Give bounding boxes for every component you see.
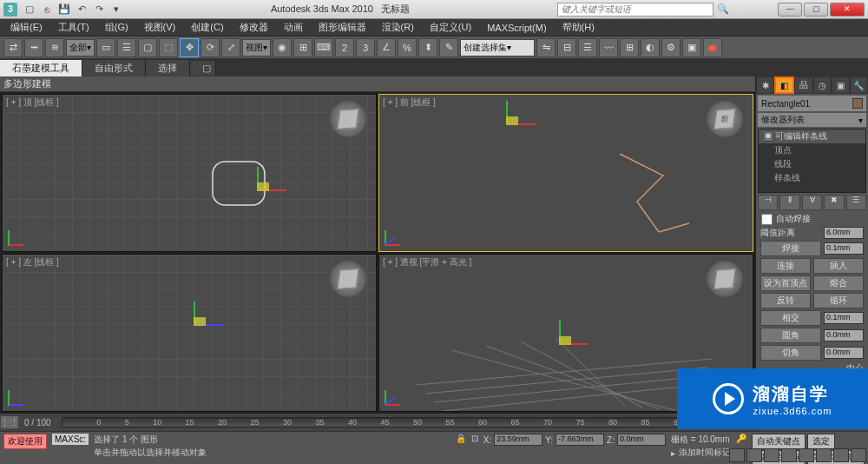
cross-spinner[interactable]: 0.1mm <box>824 312 864 324</box>
coord-z-field[interactable]: 0.0mm <box>617 434 666 446</box>
modifier-list-dropdown[interactable]: 修改器列表▾ <box>758 113 866 127</box>
nav-maximize-icon[interactable] <box>851 448 866 462</box>
menu-maxscript[interactable]: MAXScript(M) <box>480 21 553 35</box>
stack-unique-icon[interactable]: ∀ <box>802 195 822 210</box>
ribbon-tab-extra[interactable]: ▢ <box>190 61 216 76</box>
welcome-badge[interactable]: 欢迎使用 <box>3 434 47 449</box>
stack-sub-segment[interactable]: 线段 <box>759 157 865 171</box>
maxscript-listener[interactable]: MAXSc: <box>52 434 89 445</box>
coord-x-field[interactable]: 23.59mm <box>494 434 542 446</box>
qat-open-icon[interactable]: ⎋ <box>40 3 54 17</box>
connect-button[interactable]: 连接 <box>760 258 811 274</box>
close-button[interactable]: ✕ <box>830 3 865 17</box>
menu-edit[interactable]: 编辑(E) <box>3 19 49 36</box>
ribbon-tab-graphite[interactable]: 石墨建模工具 <box>0 60 82 76</box>
stack-sub-vertex[interactable]: 顶点 <box>759 143 865 157</box>
angle-snap-icon[interactable]: ∠ <box>377 38 396 57</box>
nav-zoom-icon[interactable] <box>781 448 797 462</box>
bind-spacewarp-icon[interactable]: ≋ <box>45 38 64 57</box>
layers-icon[interactable]: ☰ <box>578 38 597 57</box>
stack-sub-spline[interactable]: 样条线 <box>759 171 865 185</box>
nav-play-icon[interactable] <box>746 448 762 462</box>
fillet-spinner[interactable]: 0.0mm <box>824 329 864 341</box>
window-crossing-icon[interactable]: ⬚ <box>159 38 178 57</box>
weld-button[interactable]: 焊接 <box>760 241 821 256</box>
schematic-view-icon[interactable]: ⊞ <box>620 38 639 57</box>
isolate-icon[interactable]: ⊡ <box>471 434 478 443</box>
menu-tools[interactable]: 工具(T) <box>51 19 96 36</box>
cmd-tab-display[interactable]: ▣ <box>832 76 850 94</box>
menu-graph-editors[interactable]: 图形编辑器 <box>312 19 373 36</box>
lock-selection-icon[interactable]: 🔒 <box>456 434 466 443</box>
stack-config-icon[interactable]: ☰ <box>846 195 866 210</box>
app-logo-icon[interactable]: 3 <box>3 3 17 17</box>
qat-undo-icon[interactable]: ↶ <box>75 3 89 17</box>
object-name-field[interactable]: Rectangle01 <box>758 96 866 111</box>
color-swatch[interactable] <box>852 98 863 109</box>
nav-orbit-icon[interactable] <box>833 448 849 462</box>
render-icon[interactable]: 🫖 <box>703 38 722 57</box>
cmd-tab-motion[interactable]: ◷ <box>813 76 832 94</box>
cmd-tab-create[interactable]: ✱ <box>756 76 774 94</box>
menu-help[interactable]: 帮助(H) <box>556 19 602 36</box>
manipulate-icon[interactable]: ⊞ <box>293 38 312 57</box>
curve-editor-icon[interactable]: 〰 <box>599 38 618 57</box>
chamfer-spinner[interactable]: 0.0mm <box>824 347 864 359</box>
qat-dropdown-icon[interactable]: ▾ <box>109 3 123 17</box>
viewport-top[interactable]: [ + ] 顶 [线框 ] <box>2 94 377 252</box>
add-time-tag-label[interactable]: 添加时间标记 <box>679 447 731 459</box>
cmd-tab-hierarchy[interactable]: 品 <box>794 76 812 94</box>
unlink-icon[interactable]: ⥈ <box>24 38 43 57</box>
ribbon-tab-selection[interactable]: 选择 <box>146 60 190 76</box>
crossinsert-button[interactable]: 相交 <box>760 310 821 326</box>
link-icon[interactable]: ⇄ <box>3 38 23 57</box>
viewport-front[interactable]: [ + ] 前 [线框 ] 前 <box>378 94 753 252</box>
percent-snap-icon[interactable]: % <box>398 38 417 57</box>
select-by-name-icon[interactable]: ☰ <box>117 38 136 57</box>
mirror-icon[interactable]: ⇋ <box>536 38 556 57</box>
fillet-button[interactable]: 圆角 <box>760 328 821 343</box>
make-first-button[interactable]: 设为首顶点 <box>760 275 811 291</box>
favorite-icon[interactable]: ★ <box>733 0 752 19</box>
snap-2d-icon[interactable]: 2 <box>335 38 354 57</box>
nav-prev-key-icon[interactable] <box>729 448 745 462</box>
track-toggle-icon[interactable]: ⋮⋮ <box>0 415 19 429</box>
render-setup-icon[interactable]: ⚙ <box>661 38 681 57</box>
time-slider[interactable]: 05101520253035404550556065707580859095 <box>62 417 750 428</box>
stack-remove-icon[interactable]: ✖ <box>824 195 844 210</box>
qat-save-icon[interactable]: 💾 <box>57 3 71 17</box>
selected-button[interactable]: 选定 <box>807 434 835 449</box>
select-object-icon[interactable]: ▭ <box>96 38 115 57</box>
selection-filter-dropdown[interactable]: 全部 ▾ <box>66 39 95 56</box>
menu-customize[interactable]: 自定义(U) <box>423 19 478 36</box>
insert-button[interactable]: 插入 <box>813 258 864 274</box>
stack-show-icon[interactable]: Ⅱ <box>779 195 799 210</box>
modifier-stack[interactable]: ▣ 可编辑样条线 顶点 线段 样条线 <box>758 129 866 193</box>
menu-rendering[interactable]: 渲染(R) <box>375 19 421 36</box>
maximize-button[interactable]: ▢ <box>804 3 828 17</box>
fuse-button[interactable]: 熔合 <box>813 275 864 291</box>
key-mode-icon[interactable]: 🔑 <box>736 434 746 443</box>
select-rotate-icon[interactable]: ⟳ <box>201 38 220 57</box>
nav-zoom-all-icon[interactable] <box>799 448 814 462</box>
move-gizmo-persp[interactable] <box>536 321 589 373</box>
ribbon-tab-freeform[interactable]: 自由形式 <box>82 60 146 76</box>
nav-next-key-icon[interactable] <box>764 448 779 462</box>
minimize-button[interactable]: — <box>778 3 802 17</box>
named-selection-dropdown[interactable]: 创建选择集 ▾ <box>460 39 535 56</box>
use-center-icon[interactable]: ◉ <box>273 38 292 57</box>
menu-views[interactable]: 视图(V) <box>137 19 183 36</box>
viewcube-persp[interactable] <box>706 260 744 298</box>
ref-coord-dropdown[interactable]: 视图 ▾ <box>242 39 271 56</box>
chamfer-button[interactable]: 切角 <box>760 345 821 361</box>
help-icon[interactable]: ? <box>752 0 771 19</box>
viewcube-front[interactable]: 前 <box>706 100 744 138</box>
align-icon[interactable]: ⊟ <box>557 38 576 57</box>
stack-pin-icon[interactable]: ⊣ <box>758 195 778 210</box>
viewport-left[interactable]: [ + ] 左 [线框 ] <box>2 254 377 412</box>
move-gizmo-front[interactable] <box>483 101 536 153</box>
time-tag-icon[interactable]: ▸ <box>671 448 675 458</box>
move-gizmo-left[interactable] <box>171 302 223 354</box>
viewcube-top[interactable] <box>329 100 367 138</box>
threshold-spinner[interactable]: 6.0mm <box>824 227 864 239</box>
